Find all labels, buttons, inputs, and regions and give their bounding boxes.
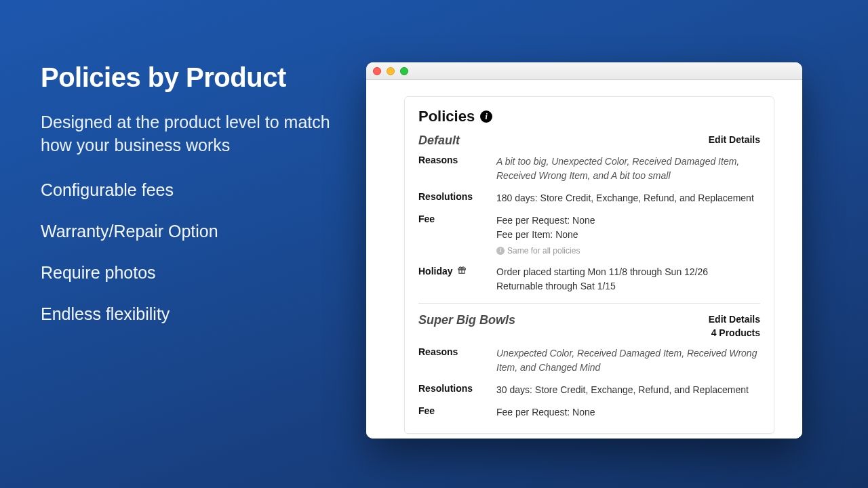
window-zoom-button[interactable] [400, 67, 408, 75]
policy-row-resolutions: Resolutions 180 days: Store Credit, Exch… [418, 191, 760, 205]
app-window: Policies i Default Edit Details Reasons … [366, 62, 802, 439]
policy-block-default: Default Edit Details Reasons A bit too b… [418, 134, 760, 293]
gift-icon [457, 265, 467, 277]
policy-row-fee: Fee Fee per Request: None [418, 405, 760, 420]
policy-row-reasons: Reasons Unexpected Color, Received Damag… [418, 346, 760, 375]
row-value: A bit too big, Unexpected Color, Receive… [496, 156, 739, 181]
info-icon[interactable]: i [480, 110, 492, 123]
policy-block-super-big-bowls: Super Big Bowls Edit Details 4 Products … [418, 313, 760, 420]
policy-row-resolutions: Resolutions 30 days: Store Credit, Excha… [418, 383, 760, 397]
row-label: Holiday [418, 265, 496, 277]
row-label: Resolutions [418, 383, 496, 394]
policy-title: Default [418, 134, 460, 148]
marketing-bullet: Warranty/Repair Option [41, 222, 353, 241]
edit-details-link[interactable]: Edit Details [709, 134, 760, 147]
row-value: Fee per Request: None Fee per Item: None… [496, 214, 760, 257]
policy-row-reasons: Reasons A bit too big, Unexpected Color,… [418, 155, 760, 183]
window-minimize-button[interactable] [387, 67, 395, 75]
policy-header: Super Big Bowls Edit Details 4 Products [418, 313, 760, 340]
window-close-button[interactable] [373, 67, 381, 75]
marketing-bullet: Configurable fees [41, 180, 353, 200]
row-value: Unexpected Color, Received Damaged Item,… [496, 348, 757, 373]
policies-heading-row: Policies i [418, 108, 760, 125]
row-value: Fee per Request: None [496, 405, 760, 420]
marketing-title: Policies by Product [41, 62, 353, 92]
row-label: Fee [418, 214, 496, 224]
window-titlebar [366, 62, 802, 80]
row-label: Resolutions [418, 191, 496, 202]
marketing-bullet: Require photos [41, 263, 353, 283]
fee-line: Fee per Request: None [496, 214, 760, 228]
policy-row-fee: Fee Fee per Request: None Fee per Item: … [418, 214, 760, 257]
policy-header: Default Edit Details [418, 134, 760, 148]
fee-hint: i Same for all policies [496, 245, 760, 257]
policies-heading: Policies [418, 108, 475, 125]
holiday-line: Returnable through Sat 1/15 [496, 279, 760, 293]
row-value: 30 days: Store Credit, Exchange, Refund,… [496, 383, 760, 397]
row-value: 180 days: Store Credit, Exchange, Refund… [496, 191, 760, 205]
policies-card: Policies i Default Edit Details Reasons … [404, 96, 774, 434]
marketing-panel: Policies by Product Designed at the prod… [41, 62, 353, 346]
row-label: Reasons [418, 155, 496, 165]
policy-row-holiday: Holiday Order placed starting Mon 11/8 t… [418, 265, 760, 293]
marketing-bullet: Endless flexibility [41, 304, 353, 324]
marketing-subtitle: Designed at the product level to match h… [41, 111, 353, 157]
policy-title: Super Big Bowls [418, 313, 515, 327]
fee-line: Fee per Item: None [496, 228, 760, 242]
row-value: Order placed starting Mon 11/8 through S… [496, 265, 760, 293]
row-label: Fee [418, 405, 496, 416]
edit-details-link[interactable]: Edit Details [709, 313, 760, 327]
info-icon: i [496, 247, 505, 255]
window-content: Policies i Default Edit Details Reasons … [366, 80, 802, 439]
row-label-text: Holiday [418, 266, 453, 277]
policy-product-count: 4 Products [709, 327, 760, 340]
holiday-line: Order placed starting Mon 11/8 through S… [496, 265, 760, 279]
row-label: Reasons [418, 346, 496, 357]
fee-hint-text: Same for all policies [507, 245, 580, 257]
policy-divider [418, 303, 760, 304]
